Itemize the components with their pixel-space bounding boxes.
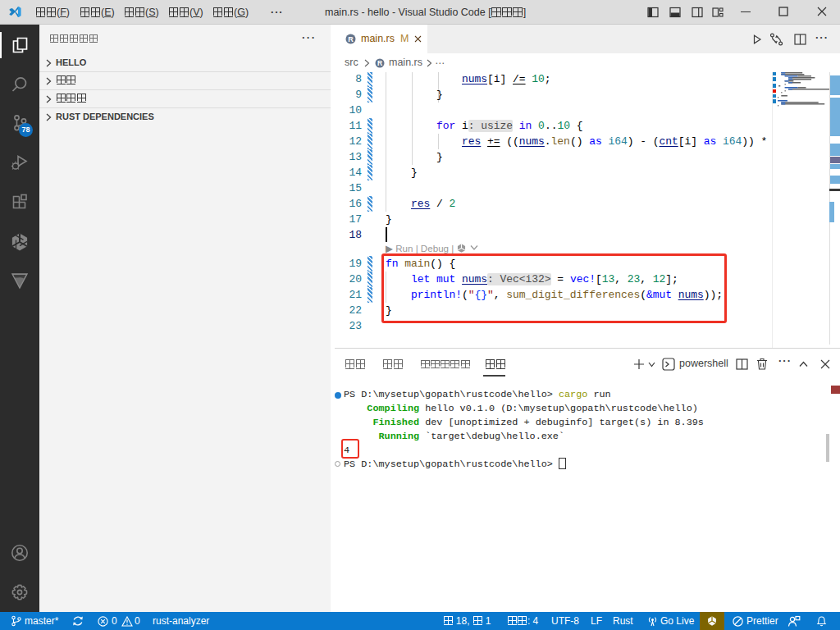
svg-text:R: R bbox=[377, 59, 382, 67]
svg-text:R: R bbox=[348, 35, 354, 43]
